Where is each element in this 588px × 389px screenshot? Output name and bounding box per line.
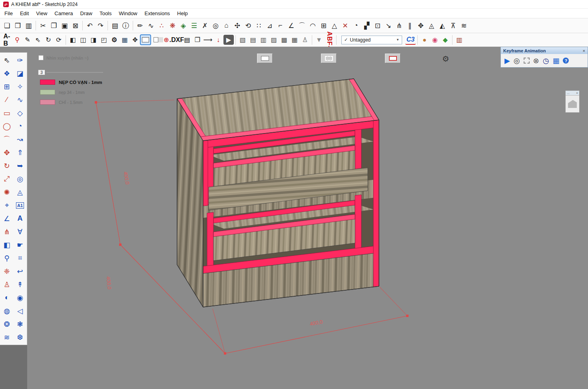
panel-split-icon[interactable]: ◫ [78, 35, 88, 45]
plugin-loop-icon[interactable]: ⟲ [243, 20, 253, 31]
globe-tool[interactable]: ◍ [0, 304, 14, 317]
menu-window[interactable]: Window [115, 9, 141, 18]
zoom-window-tool[interactable]: ⌗ [14, 251, 27, 265]
zoom-extents-tool[interactable]: ❈ [0, 265, 14, 278]
print-layout-icon[interactable]: ▤ [182, 35, 192, 45]
mini-panel-dots[interactable]: ... [567, 91, 570, 95]
plugin-waves-icon[interactable]: ≋ [458, 20, 469, 31]
rectangle-tool[interactable]: ▭ [0, 106, 14, 120]
menu-camera[interactable]: Camera [51, 9, 76, 18]
timing-button[interactable]: ◷ [543, 56, 549, 65]
close-icon[interactable]: × [583, 48, 585, 53]
viewport-3d[interactable]: 400,0 400,0 400,0 Nhìn xuyên (nhấn ~) 3 … [0, 47, 588, 389]
plugin-dome-icon[interactable]: ◠ [307, 20, 318, 31]
timeline-button[interactable]: ▦ [552, 56, 559, 65]
view-front-icon[interactable]: ▥ [258, 35, 269, 45]
legend-row[interactable]: nẹp 34 - 1mm [40, 87, 102, 97]
menu-view[interactable]: View [32, 9, 51, 18]
download-icon[interactable]: ↓ [213, 35, 223, 45]
open-file-icon[interactable]: ❒ [12, 20, 23, 31]
abf-filter-icon[interactable]: ▼ [314, 35, 324, 45]
select-tool[interactable]: ⇖ [0, 54, 14, 67]
pattern-tool[interactable]: ❖ [0, 67, 14, 80]
settings-gear-icon[interactable]: ⚙ [109, 35, 120, 45]
orbit-model-icon[interactable]: ⟳ [54, 35, 64, 45]
plugin-hatch-icon[interactable]: ▞ [361, 20, 372, 31]
dxf-export-label[interactable]: .DXF [171, 35, 182, 45]
move-axes-icon[interactable]: ✥ [130, 35, 140, 45]
checkbox-icon[interactable] [38, 55, 44, 60]
view-top-icon[interactable]: ▤ [248, 35, 258, 45]
menu-file[interactable]: File [1, 9, 16, 18]
record-button[interactable]: ◎ [514, 56, 520, 65]
tags-dropdown[interactable]: ✓ Untagged ▼ [341, 36, 402, 44]
play-button[interactable]: ▶ [504, 56, 510, 65]
panel-title-bar[interactable]: Keyframe Animation × [501, 47, 588, 54]
panel-right-icon[interactable]: ◨ [88, 35, 99, 45]
view-right-icon[interactable]: ▨ [269, 35, 279, 45]
search-icon[interactable]: ⚲ [12, 35, 22, 45]
rotate-view-icon[interactable]: ↻ [43, 35, 54, 45]
rotate-tool[interactable]: ↻ [0, 159, 14, 172]
plugin-star-icon[interactable]: ✣ [232, 20, 243, 31]
face-style-solid-icon[interactable] [140, 35, 151, 45]
plugin-points-icon[interactable]: ∴ [156, 20, 167, 31]
zoom-tool[interactable]: ⚲ [0, 251, 14, 265]
ab-dimension-label[interactable]: A-B [2, 35, 12, 45]
panel-layout-icon[interactable]: ◰ [99, 35, 109, 45]
polyhedron-icon[interactable]: ◆ [440, 35, 450, 45]
plugin-waves-tool[interactable]: ≋ [0, 331, 14, 344]
plugin-layers-icon[interactable]: ◈ [178, 20, 189, 31]
plugin-box-icon[interactable]: ⊡ [372, 20, 383, 31]
plugin-triangle-icon[interactable]: ⊿ [264, 20, 275, 31]
print-icon[interactable]: ▤ [110, 20, 120, 31]
plugin-arc-icon[interactable]: ⌒ [297, 20, 307, 31]
paste-icon[interactable]: ▣ [59, 20, 70, 31]
outer-shell-tool[interactable]: ◬ [14, 186, 27, 199]
canvas-settings-gear-icon[interactable]: ⚙ [442, 54, 449, 64]
previous-view-tool[interactable]: ↩ [14, 265, 27, 278]
mini-panel-title-bar[interactable]: ... × [566, 91, 579, 96]
menu-tools[interactable]: Tools [96, 9, 115, 18]
plugin-delta-icon[interactable]: △ [329, 20, 340, 31]
slider-track[interactable] [46, 72, 103, 73]
move-tool[interactable]: ✥ [0, 146, 14, 159]
look-around-tool[interactable]: ◉ [14, 291, 27, 304]
plugin-curve-icon[interactable]: ∿ [146, 20, 156, 31]
intersect-tool[interactable]: ✺ [0, 186, 14, 199]
walkthrough-icon[interactable]: ♙ [300, 35, 310, 45]
remove-keyframe-button[interactable]: ⊗ [533, 56, 539, 65]
axes-tool[interactable]: ⋔ [0, 225, 14, 238]
lasso-tool[interactable]: ✑ [14, 54, 27, 67]
plugin-move-icon[interactable]: ✥ [415, 20, 426, 31]
help-button[interactable]: ? [563, 58, 569, 64]
walk-tool[interactable]: ↟ [14, 278, 27, 291]
nep-thickness-spinner[interactable]: 3 [38, 70, 103, 75]
plugin-angle-icon[interactable]: ∠ [286, 20, 297, 31]
circle-tool[interactable]: ◯ [0, 120, 14, 133]
save-icon[interactable]: ▥ [23, 20, 34, 31]
follow-me-tool[interactable]: ➥ [14, 159, 27, 172]
position-camera-tool[interactable]: ♙ [0, 278, 14, 291]
plugin-snow-tool[interactable]: ❆ [14, 331, 27, 344]
plugin-spray-icon[interactable]: ❋ [167, 20, 178, 31]
close-icon[interactable]: × [576, 91, 578, 95]
style-button-outline[interactable] [385, 54, 401, 63]
plugin-resize-icon[interactable]: ↘ [383, 20, 394, 31]
plugin-sketch-icon[interactable]: ✏ [135, 20, 146, 31]
undo-icon[interactable]: ↶ [84, 20, 95, 31]
new-file-icon[interactable]: ❏ [2, 20, 12, 31]
plugin-join-icon[interactable]: ⊼ [448, 20, 458, 31]
rotated-rectangle-tool[interactable]: ◇ [14, 106, 27, 120]
plugin-plusgrid-icon[interactable]: ⊞ [318, 20, 329, 31]
model-info-icon[interactable]: ⓘ [120, 20, 131, 31]
orbit-tool[interactable]: ◐ [0, 291, 14, 304]
view-back-icon[interactable]: ▩ [279, 35, 289, 45]
timber-columns-icon[interactable]: ▥ [454, 35, 464, 45]
line-tool[interactable]: ∕ [0, 93, 14, 106]
plugin-flower-tool[interactable]: ❃ [14, 317, 27, 331]
copy-icon[interactable]: ❐ [48, 20, 59, 31]
tape-measure-tool[interactable]: ⌖ [0, 199, 14, 212]
plugin-close-icon[interactable]: ✕ [340, 20, 351, 31]
xray-toggle[interactable]: Nhìn xuyên (nhấn ~) [38, 55, 88, 60]
